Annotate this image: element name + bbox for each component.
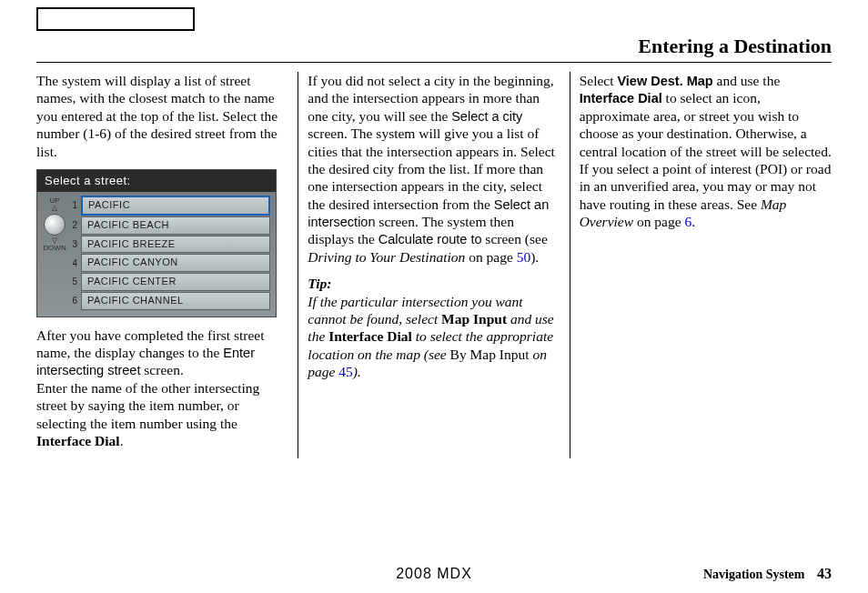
- nav-screen-image: Select a street: UP△ ▽DOWN 1 PACIFIC 2: [36, 169, 277, 317]
- nav-row-6: 6 PACIFIC CHANNEL: [66, 292, 270, 311]
- col2-para1: If you did not select a city in the begi…: [308, 72, 560, 266]
- nav-row-3: 3 PACIFIC BREEZE: [66, 236, 270, 255]
- nav-row-1: 1 PACIFIC: [66, 196, 270, 216]
- page-title: Entering a Destination: [36, 35, 832, 58]
- nav-dial-icon: [44, 214, 66, 236]
- header-blank-box: [36, 7, 195, 31]
- page-footer: 2008 MDX Navigation System 43: [0, 566, 868, 582]
- column-1: The system will display a list of street…: [36, 72, 298, 458]
- nav-row-5: 5 PACIFIC CENTER: [66, 273, 270, 292]
- header-rule: [36, 62, 832, 63]
- col2-tip: Tip: If the particular intersection you …: [308, 275, 560, 380]
- col1-para1: The system will display a list of street…: [36, 72, 288, 160]
- nav-down-label: ▽DOWN: [43, 237, 66, 252]
- page-link-45[interactable]: 45: [338, 364, 353, 379]
- page-link-50[interactable]: 50: [517, 249, 531, 265]
- content-columns: The system will display a list of street…: [36, 72, 832, 458]
- col1-para2: After you have completed the first stree…: [36, 327, 288, 450]
- nav-row-2: 2 PACIFIC BEACH: [66, 216, 270, 236]
- column-2: If you did not select a city in the begi…: [298, 72, 569, 458]
- nav-screen-title: Select a street:: [37, 170, 276, 192]
- nav-row-4: 4 PACIFIC CANYON: [66, 254, 270, 273]
- column-3: Select View Dest. Map and use the Interf…: [570, 72, 832, 458]
- footer-model: 2008 MDX: [0, 566, 868, 582]
- col3-para1: Select View Dest. Map and use the Interf…: [580, 72, 832, 230]
- nav-up-label: UP△: [49, 197, 59, 212]
